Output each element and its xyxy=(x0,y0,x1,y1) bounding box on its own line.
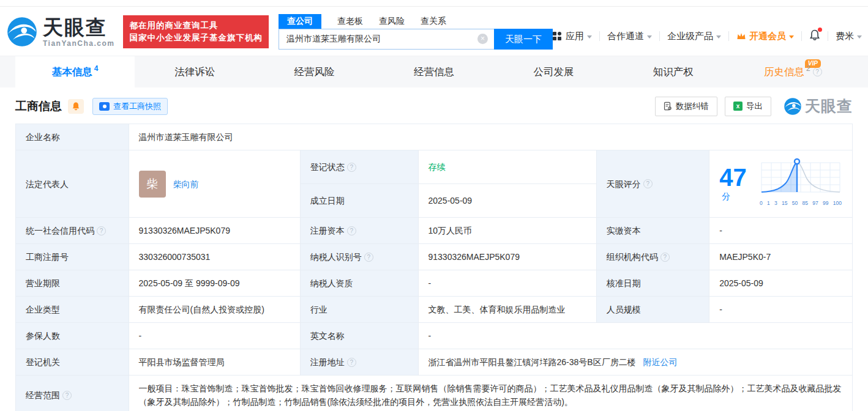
help-icon[interactable]: ? xyxy=(347,226,356,235)
help-icon[interactable]: ? xyxy=(347,358,356,367)
taxpayer-quality-label: 纳税人资质 xyxy=(300,270,418,297)
crown-icon xyxy=(736,32,746,40)
tab-operation-risk[interactable]: 经营风险 xyxy=(255,56,374,87)
taxpayer-id-label: 纳税人识别号? xyxy=(300,244,418,270)
tab-operation-risk-label: 经营风险 xyxy=(294,65,335,79)
address-label-text: 注册地址 xyxy=(310,355,345,369)
legal-rep-cell: 柴 柴向前 xyxy=(129,150,300,218)
snapshot-button[interactable]: 查看工商快照 xyxy=(92,98,168,115)
search-tab-company[interactable]: 查公司 xyxy=(279,14,321,29)
slogan-banner: 都在用的商业查询工具 国家中小企业发展子基金旗下机构 xyxy=(123,15,269,48)
registry-value: 平阳县市场监督管理局 xyxy=(129,349,300,376)
score-value: 47分 xyxy=(719,165,750,203)
chevron-down-icon xyxy=(587,35,592,39)
menu-enterprise-label: 企业级产品 xyxy=(667,31,713,42)
business-scope-value: 一般项目：珠宝首饰制造；珠宝首饰批发；珠宝首饰回收修理服务；互联网销售（除销售需… xyxy=(129,376,852,411)
tab-basic-info-count: 4 xyxy=(94,64,99,73)
menu-partner[interactable]: 合作通道 xyxy=(607,31,652,42)
tab-legal[interactable]: 法律诉讼 xyxy=(135,56,254,87)
chevron-down-icon xyxy=(716,35,721,39)
menu-divider xyxy=(659,31,660,41)
logo-domain: TianYanCha.com xyxy=(43,40,114,47)
tianyancha-logo[interactable]: 天眼查 TianYanCha.com xyxy=(6,16,114,48)
business-info-table: 企业名称 温州市道莱玉雕有限公司 法定代表人 柴 柴向前 登记状态? 存续 天眼… xyxy=(15,124,853,411)
tab-operation-info[interactable]: 经营信息 xyxy=(374,56,493,87)
score-label-text: 天眼评分 xyxy=(607,177,641,191)
table-row: 工商注册号 330326000735031 纳税人识别号? 91330326MA… xyxy=(16,244,853,270)
tab-basic-info[interactable]: 基本信息 4 xyxy=(15,56,135,87)
tab-ip[interactable]: 知识产权 xyxy=(613,56,733,87)
data-correction-label: 数据纠错 xyxy=(676,101,709,112)
search-input[interactable] xyxy=(279,29,494,50)
search-tab-risk[interactable]: 查风险 xyxy=(379,14,405,29)
approval-date-label: 核准日期 xyxy=(596,270,709,297)
export-button[interactable]: x 导出 xyxy=(725,97,771,116)
watermark-text: 天眼查 xyxy=(805,96,853,116)
tab-history[interactable]: VIP 历史信息 2 ? xyxy=(733,56,853,87)
export-label: 导出 xyxy=(746,101,763,112)
reg-status-label: 登记状态? xyxy=(300,150,418,184)
help-icon[interactable]: ? xyxy=(643,179,653,188)
section-title: 工商信息 xyxy=(15,98,62,114)
business-term-value: 2025-05-09 至 9999-09-09 xyxy=(129,270,300,297)
table-row: 参保人数 - 英文名称 - xyxy=(16,323,853,349)
menu-user-label: 费米 xyxy=(836,31,854,42)
tab-operation-info-label: 经营信息 xyxy=(414,65,454,79)
help-icon[interactable]: ? xyxy=(97,226,106,235)
reg-number-value: 330326000735031 xyxy=(129,244,300,270)
camera-icon xyxy=(99,102,110,111)
menu-enterprise[interactable]: 企业级产品 xyxy=(667,31,721,42)
industry-value: 文教、工美、体育和娱乐用品制造业 xyxy=(418,297,596,323)
org-code-label: 组织机构代码? xyxy=(596,244,709,270)
score-unit: 分 xyxy=(722,191,730,201)
reg-number-label: 工商注册号 xyxy=(16,244,129,270)
help-icon[interactable]: ? xyxy=(364,253,373,262)
snapshot-button-label: 查看工商快照 xyxy=(113,101,161,112)
tianyancha-swirl-icon xyxy=(6,16,38,48)
tab-history-label: 历史信息 xyxy=(764,65,804,79)
score-marker xyxy=(795,159,799,164)
taxpayer-id-value: 91330326MAEJP5K079 xyxy=(418,244,596,270)
clear-search-icon[interactable]: × xyxy=(477,34,488,44)
document-edit-icon xyxy=(664,102,672,111)
logo-title: 天眼查 xyxy=(43,17,114,37)
nearby-companies-link[interactable]: 附近公司 xyxy=(643,357,678,367)
notification-bell-icon[interactable] xyxy=(809,29,820,43)
staff-size-label: 人员规模 xyxy=(596,297,709,323)
status-badge: 存续 xyxy=(428,162,446,172)
company-name-label: 企业名称 xyxy=(16,124,129,150)
legal-rep-link[interactable]: 柴向前 xyxy=(173,177,199,191)
business-scope-label-text: 经营范围 xyxy=(26,388,60,402)
subscribe-bell-icon[interactable] xyxy=(68,99,84,114)
menu-user[interactable]: 费米 xyxy=(836,31,862,42)
tab-development[interactable]: 公司发展 xyxy=(494,56,613,87)
help-icon[interactable]: ? xyxy=(62,391,72,400)
search-tab-relation[interactable]: 查关系 xyxy=(421,14,446,29)
tab-legal-label: 法律诉讼 xyxy=(174,65,215,79)
credit-code-value: 91330326MAEJP5K079 xyxy=(129,218,300,244)
credit-code-label-text: 统一社会信用代码 xyxy=(26,224,94,237)
help-icon[interactable]: ? xyxy=(813,67,822,76)
legal-rep-label: 法定代表人 xyxy=(16,150,129,218)
data-correction-button[interactable]: 数据纠错 xyxy=(655,97,717,116)
company-type-label: 企业类型 xyxy=(16,297,129,323)
menu-divider xyxy=(828,31,828,41)
table-row: 经营范围? 一般项目：珠宝首饰制造；珠宝首饰批发；珠宝首饰回收修理服务；互联网销… xyxy=(16,376,853,411)
paid-capital-label: 实缴资本 xyxy=(596,218,709,244)
taxpayer-id-label-text: 纳税人识别号 xyxy=(310,250,362,264)
search-area: 查公司 查老板 查风险 查关系 × 天眼一下 xyxy=(279,14,553,50)
search-tab-boss[interactable]: 查老板 xyxy=(337,14,363,29)
help-icon[interactable]: ? xyxy=(347,163,356,172)
help-icon[interactable]: ? xyxy=(660,253,670,262)
legal-rep-avatar[interactable]: 柴 xyxy=(139,171,166,198)
menu-apps[interactable]: 应用 xyxy=(553,31,592,42)
taxpayer-quality-value: - xyxy=(418,270,596,297)
reg-capital-value: 10万人民币 xyxy=(418,218,596,244)
org-code-value: MAEJP5K0-7 xyxy=(709,244,853,270)
search-button[interactable]: 天眼一下 xyxy=(494,29,553,50)
search-tabs: 查公司 查老板 查风险 查关系 xyxy=(279,14,553,29)
establish-date-value: 2025-05-09 xyxy=(418,184,596,218)
chevron-down-icon xyxy=(789,35,794,39)
insured-label: 参保人数 xyxy=(16,323,129,349)
menu-vip[interactable]: 开通会员 xyxy=(736,31,794,42)
